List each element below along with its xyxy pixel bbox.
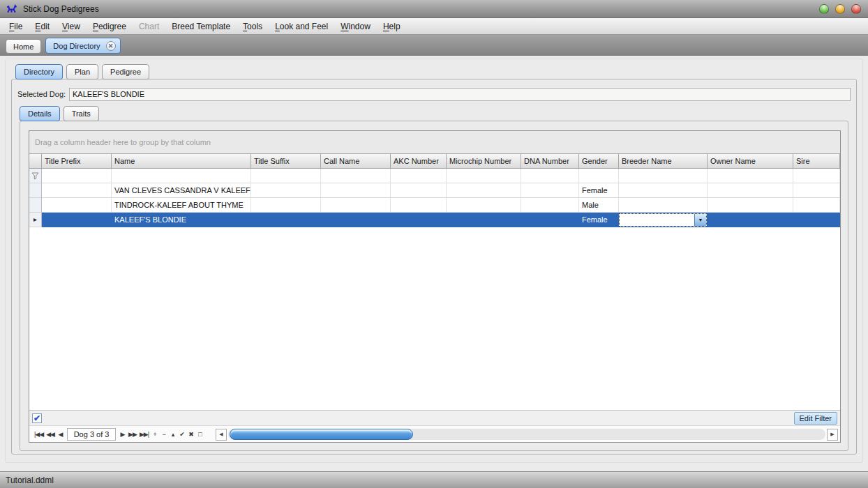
cell-microchip-number[interactable]: [447, 213, 521, 227]
nav-cancel-button[interactable]: ✖: [186, 428, 195, 441]
column-header-dna-number[interactable]: DNA Number: [521, 153, 579, 169]
filter-enabled-checkbox[interactable]: ✔: [32, 413, 42, 423]
filter-cell-microchip-number[interactable]: [447, 169, 521, 183]
menu-view[interactable]: View: [56, 20, 87, 33]
cell-breeder-name[interactable]: [619, 198, 708, 213]
cell-title-suffix[interactable]: [251, 198, 321, 213]
doc-tab-dog-directory[interactable]: Dog Directory✕: [45, 38, 120, 54]
filter-cell-sire[interactable]: [793, 169, 840, 183]
filter-cell-breeder-name[interactable]: [619, 169, 708, 183]
column-header-call-name[interactable]: Call Name: [321, 153, 391, 169]
nav-prev-button[interactable]: ◀: [56, 428, 65, 441]
cell-owner-name[interactable]: [708, 183, 793, 198]
menu-look-and-feel[interactable]: Look and Feel: [269, 20, 334, 33]
filter-cell-dna-number[interactable]: [521, 169, 579, 183]
menu-edit[interactable]: Edit: [29, 20, 56, 33]
cell-title-suffix[interactable]: [251, 213, 321, 227]
column-header-gender[interactable]: Gender: [579, 153, 619, 169]
column-header-title-prefix[interactable]: Title Prefix: [42, 153, 112, 169]
scrollbar-track[interactable]: [228, 429, 825, 440]
table-row[interactable]: TINDROCK-KALEEF ABOUT THYMEMale: [29, 198, 840, 213]
nav-next-page-button[interactable]: ▶▶: [127, 428, 138, 441]
tab-plan[interactable]: Plan: [66, 64, 98, 79]
menu-help[interactable]: Help: [377, 20, 407, 33]
column-header-sire[interactable]: Sire: [793, 153, 840, 169]
nav-show-editor-button[interactable]: □: [195, 428, 204, 441]
cell-call-name[interactable]: [321, 183, 391, 198]
horizontal-scrollbar[interactable]: ◀ ▶: [216, 428, 838, 441]
table-row[interactable]: ▸KALEEF'S BLONDIEFemale▼: [29, 213, 840, 227]
cell-breeder-name[interactable]: ▼: [619, 213, 708, 227]
cell-akc-number[interactable]: [391, 183, 447, 198]
doc-tab-home[interactable]: Home: [6, 39, 41, 54]
cell-gender[interactable]: Female: [579, 183, 619, 198]
cell-sire[interactable]: [793, 198, 840, 213]
editor-text[interactable]: [620, 214, 694, 226]
scrollbar-thumb[interactable]: [230, 429, 413, 440]
filter-cell-name[interactable]: [112, 169, 251, 183]
column-header-microchip-number[interactable]: Microchip Number: [447, 153, 521, 169]
tab-directory[interactable]: Directory: [15, 64, 63, 79]
cell-akc-number[interactable]: [391, 213, 447, 227]
nav-next-button[interactable]: ▶: [118, 428, 127, 441]
tab-pedigree[interactable]: Pedigree: [102, 64, 149, 79]
menu-breed-template[interactable]: Breed Template: [165, 20, 237, 33]
column-header-owner-name[interactable]: Owner Name: [708, 153, 793, 169]
cell-dna-number[interactable]: [521, 198, 579, 213]
breeder-name-editor[interactable]: ▼: [619, 213, 707, 227]
nav-first-button[interactable]: |◀◀: [33, 428, 45, 441]
column-header-akc-number[interactable]: AKC Number: [391, 153, 447, 169]
cell-gender[interactable]: Male: [579, 198, 619, 213]
menu-pedigree[interactable]: Pedigree: [87, 20, 133, 33]
cell-title-prefix[interactable]: [42, 198, 112, 213]
dropdown-arrow-icon[interactable]: ▼: [694, 214, 706, 226]
cell-owner-name[interactable]: [708, 198, 793, 213]
grid-group-panel[interactable]: Drag a column header here to group by th…: [29, 131, 840, 153]
scroll-left-icon[interactable]: ◀: [216, 429, 227, 441]
cell-microchip-number[interactable]: [447, 198, 521, 213]
filter-cell-gender[interactable]: [579, 169, 619, 183]
nav-prev-page-button[interactable]: ◀◀: [45, 428, 56, 441]
cell-gender[interactable]: Female: [579, 213, 619, 227]
cell-call-name[interactable]: [321, 213, 391, 227]
cell-dna-number[interactable]: [521, 183, 579, 198]
filter-cell-title-suffix[interactable]: [251, 169, 321, 183]
cell-name[interactable]: KALEEF'S BLONDIE: [112, 213, 251, 227]
scroll-right-icon[interactable]: ▶: [827, 429, 838, 441]
cell-name[interactable]: VAN CLEVES CASSANDRA V KALEEF: [112, 183, 251, 198]
minimize-button[interactable]: [819, 4, 829, 14]
column-header-breeder-name[interactable]: Breeder Name: [619, 153, 708, 169]
nav-post-button[interactable]: ✔: [177, 428, 186, 441]
filter-cell-title-prefix[interactable]: [42, 169, 112, 183]
column-header-name[interactable]: Name: [112, 153, 251, 169]
close-button[interactable]: [851, 4, 861, 14]
menu-window[interactable]: Window: [334, 20, 377, 33]
tab-details[interactable]: Details: [20, 106, 60, 121]
menu-file[interactable]: File: [3, 20, 29, 33]
filter-cell-call-name[interactable]: [321, 169, 391, 183]
cell-title-suffix[interactable]: [251, 183, 321, 198]
maximize-button[interactable]: [835, 4, 845, 14]
table-row[interactable]: VAN CLEVES CASSANDRA V KALEEFFemale: [29, 183, 840, 198]
selected-dog-field[interactable]: [69, 88, 851, 101]
menu-tools[interactable]: Tools: [237, 20, 269, 33]
cell-call-name[interactable]: [321, 198, 391, 213]
cell-owner-name[interactable]: [708, 213, 793, 227]
filter-cell-akc-number[interactable]: [391, 169, 447, 183]
cell-breeder-name[interactable]: [619, 183, 708, 198]
grid-filter-row[interactable]: [29, 169, 840, 183]
cell-sire[interactable]: [793, 213, 840, 227]
cell-title-prefix[interactable]: [42, 213, 112, 227]
cell-dna-number[interactable]: [521, 213, 579, 227]
cell-microchip-number[interactable]: [447, 183, 521, 198]
cell-name[interactable]: TINDROCK-KALEEF ABOUT THYME: [112, 198, 251, 213]
edit-filter-button[interactable]: Edit Filter: [794, 412, 837, 425]
cell-akc-number[interactable]: [391, 198, 447, 213]
nav-edit-button[interactable]: ▴: [168, 428, 177, 441]
filter-cell-owner-name[interactable]: [708, 169, 793, 183]
nav-append-button[interactable]: +: [150, 428, 159, 441]
nav-last-button[interactable]: ▶▶|: [138, 428, 150, 441]
menu-chart[interactable]: Chart: [133, 20, 165, 33]
cell-sire[interactable]: [793, 183, 840, 198]
tab-close-icon[interactable]: ✕: [106, 41, 116, 51]
